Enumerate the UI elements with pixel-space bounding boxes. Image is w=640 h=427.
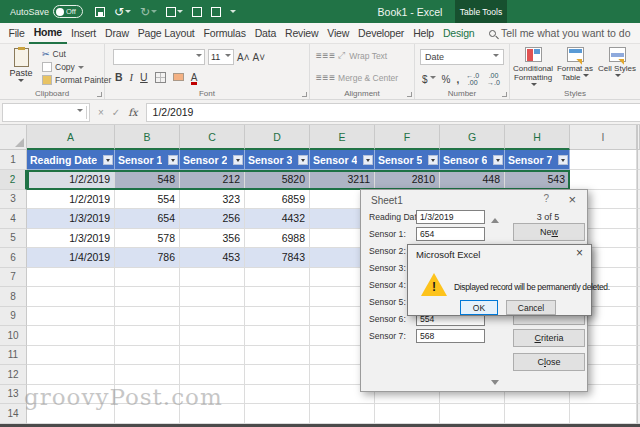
format-painter-button[interactable]: Format Painter bbox=[42, 75, 111, 85]
grid-cell[interactable] bbox=[27, 346, 115, 366]
grid-cell[interactable]: 4432 bbox=[245, 209, 310, 229]
grid-cell[interactable]: 5820 bbox=[245, 170, 310, 190]
increase-decimal-button[interactable]: ←.0.00 bbox=[465, 71, 480, 87]
grid-cell[interactable] bbox=[245, 404, 310, 424]
close-button[interactable]: Close bbox=[513, 353, 585, 371]
row-header-5[interactable]: 5 bbox=[0, 229, 27, 249]
align-bottom-icons[interactable]: ≡ ≡ ≡ bbox=[316, 72, 334, 83]
filter-button[interactable] bbox=[363, 155, 373, 165]
grid-cell[interactable]: 578 bbox=[115, 229, 180, 249]
grid-cell[interactable] bbox=[115, 346, 180, 366]
select-all-button[interactable] bbox=[0, 125, 27, 150]
grid-cell[interactable] bbox=[115, 307, 180, 327]
grid-cell[interactable] bbox=[115, 365, 180, 385]
grid-cell[interactable]: 548 bbox=[115, 170, 180, 190]
grid-cell[interactable] bbox=[245, 287, 310, 307]
format-as-table-button[interactable]: Format as Table bbox=[555, 47, 596, 92]
grid-cell[interactable]: 212 bbox=[180, 170, 245, 190]
help-button[interactable]: ? bbox=[543, 193, 549, 204]
autosave-toggle[interactable]: AutoSave Off bbox=[10, 5, 83, 18]
grid-cell[interactable] bbox=[180, 287, 245, 307]
grid-cell[interactable] bbox=[115, 287, 180, 307]
grid-cell[interactable] bbox=[27, 365, 115, 385]
row-header-8[interactable]: 8 bbox=[0, 287, 27, 307]
grid-cell[interactable] bbox=[245, 385, 310, 405]
grid-cell[interactable] bbox=[570, 150, 637, 170]
grid-cell[interactable] bbox=[310, 404, 375, 424]
scroll-up-icon[interactable] bbox=[491, 214, 499, 223]
ok-button[interactable]: OK bbox=[460, 300, 498, 315]
form-field-input[interactable]: 654 bbox=[416, 227, 485, 241]
column-header-G[interactable]: G bbox=[440, 125, 505, 150]
undo-button[interactable]: ↺ bbox=[114, 5, 131, 19]
redo-button[interactable]: ↻ bbox=[140, 5, 157, 19]
grid-cell[interactable]: 7843 bbox=[245, 248, 310, 268]
cut-button[interactable]: ✂Cut bbox=[42, 49, 111, 59]
tell-me-box[interactable]: Tell me what you want to do bbox=[489, 27, 631, 39]
grid-cell[interactable]: 356 bbox=[180, 229, 245, 249]
grid-cell[interactable] bbox=[245, 326, 310, 346]
accounting-format-button[interactable]: $ bbox=[422, 74, 428, 85]
grid-cell[interactable] bbox=[180, 326, 245, 346]
grid-cell[interactable] bbox=[505, 404, 570, 424]
table-header-cell[interactable]: Reading Date bbox=[27, 150, 115, 170]
grid-cell[interactable]: 1/2/2019 bbox=[27, 190, 115, 210]
enter-entry-button[interactable]: ✓ bbox=[112, 107, 120, 118]
grid-cell[interactable] bbox=[375, 404, 440, 424]
grid-cell[interactable]: 786 bbox=[115, 248, 180, 268]
form-field-input[interactable]: 568 bbox=[416, 329, 485, 343]
paste-button[interactable]: Paste bbox=[6, 48, 36, 85]
tab-file[interactable]: File bbox=[4, 23, 29, 44]
percent-style-button[interactable]: % bbox=[442, 74, 451, 85]
column-header-A[interactable]: A bbox=[27, 125, 115, 150]
formula-input[interactable]: 1/2/2019 bbox=[146, 103, 640, 122]
align-top-icons[interactable]: ≡ ≡ ≡ bbox=[316, 50, 334, 61]
grid-cell[interactable] bbox=[115, 268, 180, 288]
copy-button[interactable]: Copy bbox=[42, 62, 111, 72]
grid-cell[interactable] bbox=[245, 365, 310, 385]
grid-cell[interactable]: 448 bbox=[440, 170, 505, 190]
fill-color-button[interactable] bbox=[173, 73, 184, 81]
table-header-cell[interactable]: Sensor 5 bbox=[375, 150, 440, 170]
cell-styles-button[interactable]: Cell Styles bbox=[597, 47, 638, 92]
row-header-3[interactable]: 3 bbox=[0, 190, 27, 210]
underline-button[interactable]: U bbox=[140, 71, 148, 83]
insert-function-button[interactable]: fx bbox=[128, 107, 137, 118]
row-header-1[interactable]: 1 bbox=[0, 150, 27, 170]
column-header-E[interactable]: E bbox=[310, 125, 375, 150]
filter-button[interactable] bbox=[558, 155, 568, 165]
qat-custom-button-1[interactable] bbox=[166, 7, 183, 17]
grid-cell[interactable]: 256 bbox=[180, 209, 245, 229]
column-header-H[interactable]: H bbox=[505, 125, 570, 150]
tab-data[interactable]: Data bbox=[250, 23, 280, 44]
grid-cell[interactable]: 2810 bbox=[375, 170, 440, 190]
table-header-cell[interactable]: Sensor 3 bbox=[245, 150, 310, 170]
filter-button[interactable] bbox=[428, 155, 438, 165]
bold-button[interactable]: B bbox=[115, 71, 123, 83]
filter-button[interactable] bbox=[298, 155, 308, 165]
grid-cell[interactable] bbox=[180, 307, 245, 327]
row-header-9[interactable]: 9 bbox=[0, 307, 27, 327]
grid-cell[interactable]: 1/2/2019 bbox=[27, 170, 115, 190]
row-header-7[interactable]: 7 bbox=[0, 268, 27, 288]
grid-cell[interactable]: 1/4/2019 bbox=[27, 248, 115, 268]
grid-cell[interactable]: 543 bbox=[505, 170, 570, 190]
font-color-button[interactable]: A bbox=[191, 72, 198, 83]
row-header-4[interactable]: 4 bbox=[0, 209, 27, 229]
grid-cell[interactable] bbox=[27, 307, 115, 327]
save-button[interactable] bbox=[95, 7, 105, 17]
grid-cell[interactable]: 1/3/2019 bbox=[27, 209, 115, 229]
tab-home[interactable]: Home bbox=[29, 23, 66, 44]
grid-cell[interactable] bbox=[180, 346, 245, 366]
data-form-close-icon[interactable]: × bbox=[568, 192, 576, 207]
column-header-I[interactable]: I bbox=[570, 125, 637, 150]
borders-button[interactable] bbox=[155, 72, 166, 83]
font-name-combobox[interactable] bbox=[113, 49, 205, 65]
grid-cell[interactable] bbox=[245, 268, 310, 288]
orientation-button[interactable]: ⤢ bbox=[338, 50, 345, 61]
message-box-close-icon[interactable]: × bbox=[576, 246, 583, 260]
filter-button[interactable] bbox=[103, 155, 113, 165]
tab-design[interactable]: Design bbox=[438, 23, 478, 44]
grid-cell[interactable] bbox=[440, 404, 505, 424]
grow-font-button[interactable]: A˄ bbox=[237, 52, 250, 63]
